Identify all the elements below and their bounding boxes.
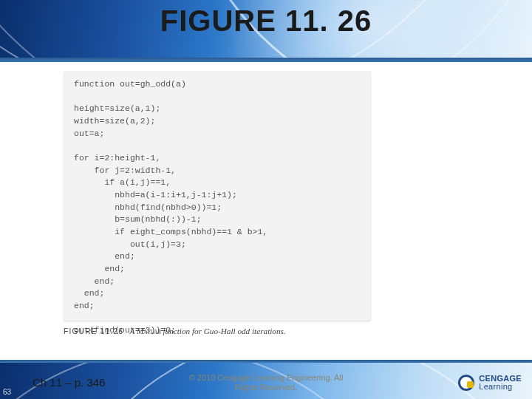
slide: FIGURE 11. 26 function out=gh_odd(a) hei… (0, 0, 532, 399)
caption-prefix: A (130, 327, 137, 335)
logo-line2: Learning (479, 383, 522, 392)
cengage-logo-text: CENGAGE Learning (479, 375, 522, 392)
slide-title: FIGURE 11. 26 (0, 4, 532, 38)
figure-caption: FIGURE 11.26 A Matlab function for Guo-H… (64, 327, 418, 335)
figure-caption-label: FIGURE 11.26 (64, 327, 123, 335)
cengage-logo: CENGAGE Learning (458, 375, 522, 392)
copyright-text: © 2010 Cengage Learning Engineering. All… (0, 373, 532, 394)
code-listing: function out=gh_odd(a) height=size(a,1);… (74, 78, 361, 337)
header-divider (0, 58, 532, 62)
cengage-logo-icon (458, 375, 474, 391)
code-card: function out=gh_odd(a) height=size(a,1);… (64, 71, 371, 321)
caption-suffix: function for Guo-Hall odd iterations. (161, 327, 286, 335)
caption-matlab: Matlab (137, 327, 161, 335)
copyright-line1: © 2010 Cengage Learning Engineering. All (189, 373, 344, 382)
copyright-line2: Rights Reserved. (235, 383, 297, 392)
figure-caption-text: A Matlab function for Guo-Hall odd itera… (130, 327, 286, 335)
